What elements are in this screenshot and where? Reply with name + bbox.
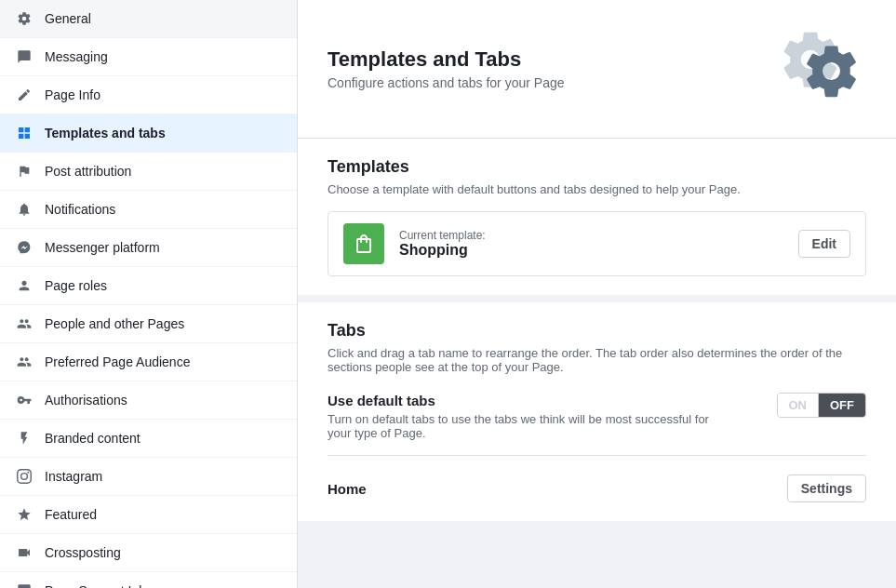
people-icon [15,314,33,333]
sidebar-item-page-support-inbox[interactable]: Page Support Inbox [0,572,297,588]
sidebar-item-featured[interactable]: Featured [0,496,297,534]
support-icon [15,581,33,588]
use-default-tabs-description: Turn on default tabs to use the tabs we … [328,412,718,440]
template-name: Shopping [399,242,798,259]
gear-icon [15,9,33,28]
sidebar-item-label-instagram: Instagram [45,469,102,484]
tabs-section: Tabs Click and drag a tab name to rearra… [298,302,896,521]
toggle-off-label[interactable]: OFF [819,394,865,417]
sidebar-item-label-authorisations: Authorisations [45,393,127,408]
sidebar: General Messaging Page Info Templates an… [0,0,298,588]
sidebar-item-label-preferred-audience: Preferred Page Audience [45,354,190,369]
edit-template-button[interactable]: Edit [798,230,850,258]
sidebar-item-label-messenger-platform: Messenger platform [45,240,160,255]
page-header: Templates and Tabs Configure actions and… [298,0,896,139]
gear-fg-icon [801,41,862,101]
sidebar-item-label-messaging: Messaging [45,49,108,64]
home-label: Home [328,481,367,497]
audience-icon [15,353,33,371]
sidebar-item-page-info[interactable]: Page Info [0,76,297,114]
home-settings-button[interactable]: Settings [787,474,866,502]
tabs-description: Click and drag a tab name to rearrange t… [328,346,866,374]
shopping-bag-icon [353,233,375,255]
template-info: Current template: Shopping [399,229,798,259]
sidebar-item-label-page-roles: Page roles [45,278,107,293]
tabs-heading: Tabs [328,321,866,341]
sidebar-item-label-crossposting: Crossposting [45,545,121,560]
pencil-icon [15,86,33,104]
flag-icon [15,162,33,180]
main-content: Templates and Tabs Configure actions and… [298,0,896,588]
star-icon [15,505,33,524]
bell-icon [15,200,33,219]
current-template-label: Current template: [399,229,798,242]
toggle-on-label[interactable]: ON [778,394,820,417]
sidebar-item-authorisations[interactable]: Authorisations [0,381,297,420]
toggle-info: Use default tabs Turn on default tabs to… [328,393,718,440]
toggle-control[interactable]: ON OFF [777,393,867,418]
instagram-icon [15,467,33,486]
sidebar-item-post-attribution[interactable]: Post attribution [0,153,297,191]
template-row: Current template: Shopping Edit [328,211,866,276]
sidebar-item-label-page-support-inbox: Page Support Inbox [45,583,160,588]
chat-icon [15,47,33,66]
person-icon [15,276,33,295]
sidebar-item-label-page-info: Page Info [45,87,100,102]
sidebar-item-label-people-other-pages: People and other Pages [45,316,184,331]
page-title: Templates and Tabs [328,47,565,72]
templates-heading: Templates [328,157,866,177]
templates-section: Templates Choose a template with default… [298,139,896,302]
sidebar-item-notifications[interactable]: Notifications [0,191,297,229]
sidebar-item-instagram[interactable]: Instagram [0,458,297,496]
templates-description: Choose a template with default buttons a… [328,182,866,196]
sidebar-item-label-post-attribution: Post attribution [45,164,131,179]
sidebar-item-label-templates-tabs: Templates and tabs [45,126,166,140]
messenger-icon [15,238,33,257]
video-icon [15,543,33,562]
sidebar-item-label-branded-content: Branded content [45,431,140,446]
template-icon [343,223,384,264]
sidebar-item-templates-tabs[interactable]: Templates and tabs [0,114,297,153]
sidebar-item-messaging[interactable]: Messaging [0,38,297,76]
use-default-tabs-label: Use default tabs [328,393,718,408]
sidebar-item-branded-content[interactable]: Branded content [0,420,297,458]
grid-icon [15,124,33,142]
page-header-text: Templates and Tabs Configure actions and… [328,47,565,90]
sidebar-item-preferred-audience[interactable]: Preferred Page Audience [0,343,297,381]
home-row: Home Settings [328,471,866,502]
header-illustration [773,22,866,115]
use-default-tabs-row: Use default tabs Turn on default tabs to… [328,393,866,456]
sidebar-item-label-general: General [45,11,91,26]
page-subtitle: Configure actions and tabs for your Page [328,75,565,90]
sidebar-item-people-other-pages[interactable]: People and other Pages [0,305,297,343]
sidebar-item-general[interactable]: General [0,0,297,38]
sidebar-item-page-roles[interactable]: Page roles [0,267,297,305]
sidebar-item-label-featured: Featured [45,507,97,522]
sidebar-item-label-notifications: Notifications [45,202,115,217]
sidebar-item-messenger-platform[interactable]: Messenger platform [0,229,297,267]
sidebar-item-crossposting[interactable]: Crossposting [0,534,297,572]
lightning-icon [15,429,33,448]
key-icon [15,391,33,409]
